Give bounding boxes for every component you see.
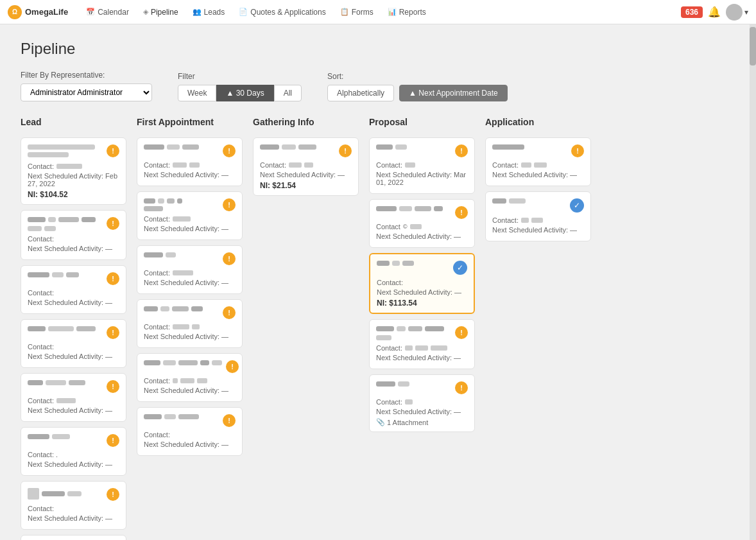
fa-card-5[interactable]: ! Contact: Next Scheduled Activity: — <box>137 353 243 402</box>
nav-quotes[interactable]: 📄 Quotes & Applications <box>232 4 332 21</box>
bell-icon[interactable]: 🔔 <box>708 6 721 18</box>
scrollbar-track[interactable] <box>750 24 756 540</box>
alert-icon: ! <box>223 414 236 427</box>
filter-week-btn[interactable]: Week <box>178 85 216 101</box>
page-title: Pipeline <box>21 40 735 58</box>
card-contact: Contact: <box>28 505 119 512</box>
fa-card-2[interactable]: ! Contact: Next Scheduled Activity: — <box>137 191 243 240</box>
card-header: ! <box>28 217 119 231</box>
lead-card-8[interactable]: ! Contact: Next Scheduled Activity: <box>21 535 126 540</box>
card-contact: Contact: <box>376 344 468 352</box>
card-name-block <box>376 381 451 388</box>
card-name-block <box>492 198 566 205</box>
card-activity: Next Scheduled Activity: — <box>144 440 236 448</box>
sort-alpha-btn[interactable]: Alphabetically <box>327 85 394 101</box>
contact-blur <box>410 224 422 229</box>
card-name-block <box>28 217 103 231</box>
alert-icon: ! <box>226 360 239 373</box>
nav-right: 636 🔔 ▾ <box>681 4 748 21</box>
card-activity: Next Scheduled Activity: — <box>144 333 236 340</box>
proposal-card-4[interactable]: ! Contact: Next Scheduled Activity: — <box>369 319 475 369</box>
lead-card-1[interactable]: ! Contact: Next Scheduled Activity: Feb … <box>21 137 126 205</box>
column-application-header: Application <box>485 117 591 130</box>
proposal-card-5[interactable]: ! Contact: Next Scheduled Activity: — 📎 … <box>369 374 475 432</box>
card-name-block <box>28 488 103 501</box>
column-application: Application ! Contact: Next Scheduled Ac… <box>485 117 591 247</box>
card-header: ✓ <box>377 261 467 275</box>
card-name-block <box>28 326 103 333</box>
card-activity: Next Scheduled Activity: Feb 27, 2022 <box>28 172 119 187</box>
card-header: ! <box>376 206 468 219</box>
logo[interactable]: Ω OmegaLife <box>8 5 68 19</box>
card-contact: Contact© <box>376 223 468 231</box>
card-header: ! <box>28 144 119 159</box>
lead-card-3[interactable]: ! Contact: Next Scheduled Activity: — <box>21 265 126 314</box>
card-contact: Contact: <box>144 431 236 439</box>
app-card-2[interactable]: ✓ Contact: Next Scheduled Activity: — <box>485 191 591 241</box>
user-menu[interactable]: ▾ <box>726 4 748 21</box>
fa-card-1[interactable]: ! Contact: Next Scheduled Activity: — <box>137 137 243 186</box>
card-header: ! <box>144 306 236 319</box>
nav-reports[interactable]: 📊 Reports <box>381 4 433 21</box>
fa-card-6[interactable]: ! Contact: Next Scheduled Activity: — <box>137 407 243 456</box>
contact-blur-3 <box>431 345 447 351</box>
sort-appointment-btn[interactable]: ▲ Next Appointment Date <box>399 85 508 101</box>
contact-blur <box>405 345 413 351</box>
contact-blur <box>405 162 415 168</box>
alert-icon: ! <box>107 380 119 393</box>
proposal-card-1[interactable]: ! Contact: Next Scheduled Activity: Mar … <box>369 137 475 194</box>
fa-card-3[interactable]: ! Contact: Next Scheduled Activity: — <box>137 245 243 294</box>
lead-card-7[interactable]: ! Contact: Next Scheduled Activity: — <box>21 481 126 530</box>
card-name-block <box>376 326 451 340</box>
filters-row: Filter By Representative: Administrator … <box>21 71 735 101</box>
lead-card-2[interactable]: ! Contact: Next Scheduled Activity: — <box>21 210 126 260</box>
card-activity: Next Scheduled Activity: — <box>492 226 584 234</box>
alert-icon: ! <box>223 306 236 319</box>
card-activity: Next Scheduled Activity: — <box>144 171 236 179</box>
card-name-block <box>28 380 103 387</box>
card-activity: Next Scheduled Activity: — <box>144 387 236 394</box>
filter-all-btn[interactable]: All <box>274 85 302 101</box>
gi-card-1[interactable]: ! Contact: Next Scheduled Activity: — NI… <box>253 137 359 196</box>
card-header: ! <box>144 252 236 265</box>
card-contact: Contact: <box>28 397 119 405</box>
nav-forms[interactable]: 📋 Forms <box>334 4 380 21</box>
card-activity: Next Scheduled Activity: — <box>492 171 584 179</box>
contact-blur <box>56 164 82 169</box>
card-name-block <box>377 261 449 267</box>
filter-30days-btn[interactable]: ▲ 30 Days <box>216 85 273 101</box>
fa-card-4[interactable]: ! Contact: Next Scheduled Activity: — <box>137 299 243 348</box>
alert-icon: ! <box>107 272 119 285</box>
scrollbar-thumb[interactable] <box>750 27 756 65</box>
contact-blur <box>173 162 187 168</box>
card-contact: Contact: <box>376 161 468 169</box>
nav-pipeline[interactable]: ◈ Pipeline <box>137 4 185 21</box>
card-activity: Next Scheduled Activity: — <box>28 299 119 306</box>
contact-blur-3 <box>197 378 207 383</box>
proposal-card-3[interactable]: ✓ Contact: Next Scheduled Activity: — NI… <box>369 253 475 314</box>
lead-card-4[interactable]: ! Contact: Next Scheduled Activity: — <box>21 319 126 368</box>
lead-card-5[interactable]: ! Contact: Next Scheduled Activity: — <box>21 373 126 422</box>
card-header: ! <box>144 144 236 157</box>
card-activity: Next Scheduled Activity: — <box>376 408 468 415</box>
contact-blur-2 <box>534 162 547 168</box>
column-proposal-header: Proposal <box>369 117 475 130</box>
card-ni: NI: $104.52 <box>28 190 119 199</box>
alert-icon: ! <box>107 488 119 501</box>
column-first-appointment-header: First Appointment <box>137 117 243 130</box>
card-header: ! <box>28 380 119 393</box>
paperclip-icon: 📎 <box>376 418 385 426</box>
nav-leads[interactable]: 👥 Leads <box>186 4 232 21</box>
app-card-1[interactable]: ! Contact: Next Scheduled Activity: — <box>485 137 591 186</box>
lead-card-6[interactable]: ! Contact: . Next Scheduled Activity: — <box>21 427 126 476</box>
card-header: ! <box>28 326 119 339</box>
contact-blur <box>173 324 189 329</box>
nav-calendar[interactable]: 📅 Calendar <box>80 4 135 21</box>
alert-icon: ! <box>107 144 119 157</box>
card-contact: Contact: <box>144 161 236 169</box>
contact-blur-2 <box>189 162 200 168</box>
notification-badge[interactable]: 636 <box>681 6 703 18</box>
proposal-card-2[interactable]: ! Contact© Next Scheduled Activity: — <box>369 199 475 248</box>
column-lead-header: Lead <box>21 117 126 130</box>
representative-select[interactable]: Administrator Administrator <box>21 83 152 101</box>
